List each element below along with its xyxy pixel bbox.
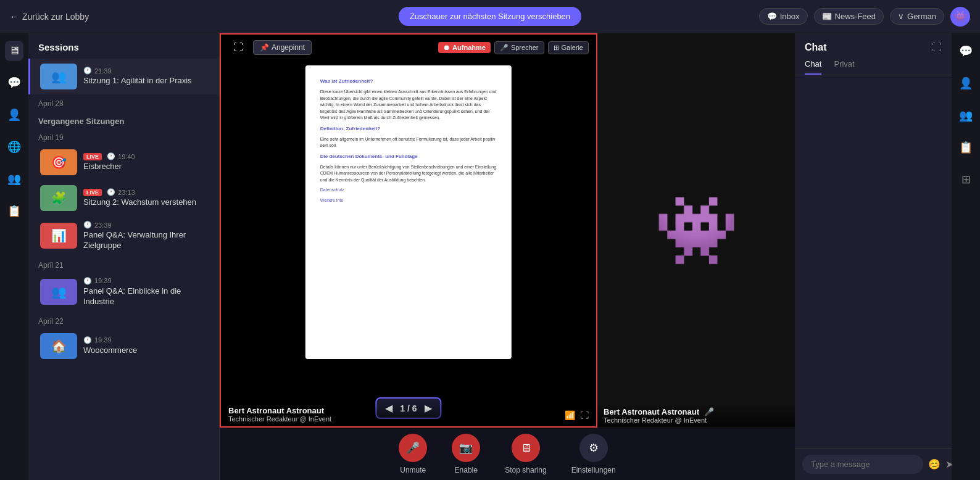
avatar-emoji: 👾: [953, 10, 967, 23]
live-badge: LIVE: [83, 153, 102, 160]
sidebar-icon-layers[interactable]: 📋: [4, 201, 25, 221]
session-thumbnail: 📊: [40, 223, 77, 249]
speaker-view-button[interactable]: 🎤 Sprecher: [494, 41, 544, 54]
topbar-center: Zuschauer zur nächsten Sitzung verschieb…: [399, 7, 581, 26]
language-button[interactable]: ∨ German: [890, 8, 944, 25]
expand-icon[interactable]: ⛶: [580, 410, 589, 420]
unmute-button[interactable]: 🎤 Unmute: [399, 434, 427, 474]
move-audience-button[interactable]: Zuschauer zur nächsten Sitzung verschieb…: [399, 7, 581, 26]
grid-icon: ⊞: [554, 44, 559, 52]
clock-icon: 🕐: [83, 67, 92, 75]
unmute-label: Unmute: [400, 466, 426, 474]
emoji-button[interactable]: 😊: [928, 458, 941, 470]
fullscreen-button[interactable]: ⛶: [228, 39, 248, 56]
session-thumbnail: 🧩: [40, 185, 77, 211]
session-thumbnail: 🎯: [40, 149, 77, 175]
settings-icon: ⚙: [579, 434, 608, 462]
recording-badge: ⏺ Aufnahme: [438, 42, 491, 53]
chat-header: Chat ⛶: [795, 33, 952, 53]
clock-icon: 🕐: [107, 188, 115, 196]
doc-body3: Details können nur unter Berücksichtigun…: [320, 164, 497, 184]
document-content: Was ist Zufriedenheit? Diese kurze Übers…: [305, 65, 512, 359]
doc-body1: Diese kurze Übersicht gibt einen kleinen…: [320, 89, 497, 122]
right-side: Chat ⛶ Chat Privat 😊 ➤ 💬 👤 👥: [795, 33, 980, 480]
session-item[interactable]: 📊 🕐 23:39 Panel Q&A: Verwaltung Ihrer Zi…: [28, 216, 219, 256]
right-icon-layers[interactable]: 📋: [955, 137, 976, 158]
right-icon-grid[interactable]: ⊞: [958, 169, 974, 190]
session-item[interactable]: 👥 🕐 21:39 Sitzung 1: Agilität in der Pra…: [28, 59, 219, 94]
session-thumbnail: 🏠: [40, 333, 77, 359]
avatar[interactable]: 👾: [950, 7, 970, 27]
date-label-april22: April 22: [28, 312, 219, 328]
session-name: Panel Q&A: Einblicke in die Industrie: [83, 286, 209, 307]
session-item[interactable]: 🧩 LIVE 🕐 23:13 Sitzung 2: Wachstum verst…: [28, 180, 219, 216]
tab-chat[interactable]: Chat: [805, 59, 821, 75]
session-time: 🕐 23:39: [83, 221, 209, 229]
sidebar-icon-monitor[interactable]: 🖥: [5, 41, 23, 61]
document-viewer: Was ist Zufriedenheit? Diese kurze Übers…: [305, 65, 512, 359]
session-time: 🕐 21:39: [83, 67, 209, 75]
stop-sharing-icon: 🖥: [512, 434, 540, 462]
expand-chat-icon[interactable]: ⛶: [932, 42, 942, 53]
session-time: 🕐 19:39: [83, 277, 209, 285]
stop-sharing-button[interactable]: 🖥 Stop sharing: [505, 434, 546, 474]
rec-label: Aufnahme: [452, 44, 486, 51]
back-label: Zurück zur Lobby: [22, 12, 89, 22]
back-button[interactable]: ← Zurück zur Lobby: [10, 12, 89, 22]
session-name: Woocommerce: [83, 346, 209, 356]
session-time: LIVE 🕐 23:13: [83, 188, 209, 196]
past-sessions-title: Vergangene Sitzungen: [28, 110, 219, 128]
newsfeed-button[interactable]: 📰 News-Feed: [814, 8, 884, 25]
gallery-view-button[interactable]: ⊞ Galerie: [548, 41, 589, 54]
clock-icon: 🕐: [83, 221, 92, 229]
doc-subheading2: Die deutschen Dokuments- und Fundlage: [320, 153, 497, 160]
chat-panel: Chat ⛶ Chat Privat 😊 ➤: [795, 33, 952, 480]
speaker-icon: 🎤: [500, 44, 509, 52]
sidebar-icon-globe[interactable]: 🌐: [4, 136, 25, 157]
topbar-left: ← Zurück zur Lobby: [10, 12, 89, 22]
doc-more-link-text[interactable]: Weitere Info: [320, 198, 344, 202]
sidebar-icon-chat[interactable]: 💬: [4, 72, 25, 93]
chat-input[interactable]: [802, 455, 923, 474]
video-controls-right: ⏺ Aufnahme 🎤 Sprecher ⊞ Galerie: [438, 41, 589, 54]
date-label-april21: April 21: [28, 256, 219, 272]
session-thumbnail: 👥: [40, 279, 77, 305]
chat-tabs: Chat Privat: [795, 59, 952, 75]
newsfeed-label: News-Feed: [835, 12, 876, 21]
center-content: ⛶ 📌 Angepinnt ⏺ Aufnahme: [220, 33, 795, 480]
live-badge: LIVE: [83, 189, 102, 196]
newsfeed-icon: 📰: [822, 12, 832, 21]
enable-label: Enable: [455, 466, 478, 474]
sessions-sidebar: Sessions 👥 🕐 21:39 Sitzung 1: Agilität i…: [28, 33, 220, 480]
settings-button[interactable]: ⚙ Einstellungen: [571, 434, 616, 474]
session-item[interactable]: 👥 🕐 19:39 Panel Q&A: Einblicke in die In…: [28, 272, 219, 312]
right-icon-people[interactable]: 👤: [955, 73, 976, 94]
inbox-icon: 💬: [767, 12, 777, 21]
right-icon-chat[interactable]: 💬: [955, 41, 976, 62]
tab-private[interactable]: Privat: [834, 59, 854, 75]
rec-dot: ⏺: [443, 44, 450, 51]
side-speaker-name-text: Bert Astronaut Astronaut: [604, 407, 699, 416]
settings-label: Einstellungen: [571, 466, 616, 474]
session-info: 🕐 19:39 Panel Q&A: Einblicke in die Indu…: [83, 277, 209, 307]
sidebar-icon-group[interactable]: 👥: [4, 168, 25, 189]
session-item[interactable]: 🎯 LIVE 🕐 19:40 Eisbrecher: [28, 144, 219, 180]
right-panel-icons: 💬 👤 👥 📋 ⊞: [952, 33, 980, 480]
right-icon-group[interactable]: 👥: [955, 105, 976, 126]
session-item[interactable]: 🏠 🕐 19:39 Woocommerce: [28, 328, 219, 364]
clock-icon: 🕐: [83, 277, 92, 285]
enable-button[interactable]: 📷 Enable: [452, 434, 480, 474]
chat-input-area: 😊 ➤: [795, 448, 952, 480]
side-speaker-overlay: Bert Astronaut Astronaut 🎤 Technischer R…: [597, 403, 795, 428]
session-info: 🕐 19:39 Woocommerce: [83, 336, 209, 356]
side-camera-view: 👾: [597, 33, 795, 428]
session-name: Sitzung 1: Agilität in der Praxis: [83, 76, 209, 86]
speaker-overlay: Bert Astronaut Astronaut Technischer Red…: [221, 402, 596, 426]
sidebar-icon-people[interactable]: 👤: [4, 104, 25, 125]
video-area: ⛶ 📌 Angepinnt ⏺ Aufnahme: [220, 33, 795, 428]
side-video-panel: 👾 Bert Astronaut Astronaut 🎤 Technischer…: [597, 33, 795, 428]
doc-link-text[interactable]: Datenschutz: [320, 188, 344, 192]
speaker-name: Bert Astronaut Astronaut: [228, 406, 589, 415]
inbox-button[interactable]: 💬 Inbox: [759, 8, 808, 25]
session-name: Eisbrecher: [83, 162, 209, 172]
